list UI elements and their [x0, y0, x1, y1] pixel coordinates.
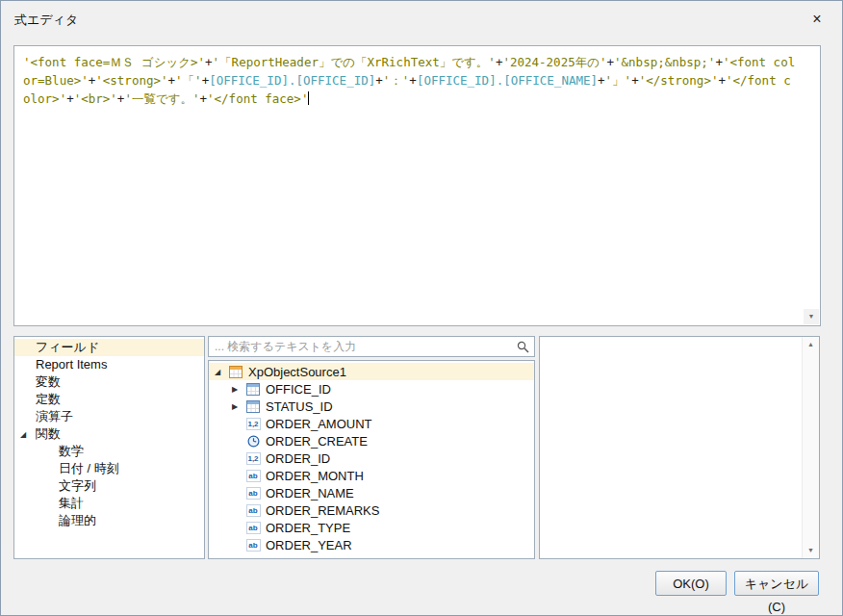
- expression-token: '</font face>': [207, 91, 308, 106]
- detail-panel: ▲ ▼: [539, 336, 820, 559]
- expression-token: +: [375, 73, 383, 88]
- tree-item-order-id[interactable]: 1,2 ORDER_ID: [209, 449, 534, 467]
- expression-token: +: [598, 73, 605, 88]
- text-cursor: [308, 91, 309, 105]
- collapse-icon[interactable]: ▶: [232, 385, 245, 394]
- tree-item-label: ORDER_TYPE: [266, 521, 350, 535]
- expression-token: +: [631, 73, 639, 88]
- expression-token: '：': [383, 73, 410, 88]
- tree-item-label: ORDER_AMOUNT: [266, 417, 372, 431]
- number-icon: 1,2: [245, 417, 261, 430]
- tree-item-office-id[interactable]: ▶ OFFICE_ID: [209, 380, 534, 398]
- expression-editor-dialog: 式エディタ × '<font face=ＭＳ ゴシック>'+'「ReportHe…: [0, 0, 843, 616]
- search-icon: [517, 341, 529, 353]
- category-item-datetime[interactable]: 日付 / 時刻: [14, 460, 204, 477]
- tree-item-label: STATUS_ID: [266, 399, 333, 414]
- collapse-icon[interactable]: ▶: [232, 402, 245, 411]
- ok-button[interactable]: OK(O): [655, 571, 727, 596]
- field-search: [208, 336, 535, 357]
- table-icon: [245, 399, 261, 413]
- expression-input[interactable]: '<font face=ＭＳ ゴシック>'+'「ReportHeader」での「…: [23, 53, 797, 302]
- tree-item-label: XpObjectSource1: [248, 365, 346, 379]
- tree-item-order-name[interactable]: ab ORDER_NAME: [209, 484, 534, 501]
- category-label: 数学: [59, 444, 84, 458]
- tree-item-order-amount[interactable]: 1,2 ORDER_AMOUNT: [209, 415, 534, 432]
- cancel-button[interactable]: キャンセル(C): [734, 571, 819, 596]
- category-label: 集計: [59, 496, 84, 510]
- category-item-fields[interactable]: フィールド: [14, 339, 204, 356]
- text-icon: ab: [245, 521, 261, 534]
- category-item-variables[interactable]: 変数: [14, 373, 204, 391]
- expand-icon[interactable]: ◢: [20, 426, 26, 444]
- expression-token: '「ReportHeader」での「XrRichText」です。': [213, 55, 496, 69]
- text-icon: ab: [245, 503, 261, 517]
- category-item-operators[interactable]: 演算子: [14, 408, 204, 425]
- expression-token: +: [718, 73, 726, 88]
- field-tree: ◢ XpObjectSource1 ▶ OFFICE_ID ▶ STATUS_I…: [208, 360, 535, 559]
- expression-token: '<strong>': [95, 73, 167, 88]
- tree-item-label: ORDER_CREATE: [266, 434, 368, 449]
- category-label: 変数: [36, 374, 61, 389]
- tree-item-label: ORDER_NAME: [266, 486, 354, 500]
- category-item-logical[interactable]: 論理的: [14, 512, 204, 529]
- category-item-math[interactable]: 数学: [14, 443, 204, 460]
- field-reference: [OFFICE_ID].[OFFICE_ID]: [209, 73, 375, 88]
- expression-token: '&nbsp;&nbsp;': [614, 55, 715, 69]
- title-bar: 式エディタ ×: [1, 1, 842, 39]
- category-item-string[interactable]: 文字列: [14, 477, 204, 495]
- text-icon: ab: [245, 486, 261, 500]
- expression-token: '」': [605, 73, 632, 88]
- tree-item-status-id[interactable]: ▶ STATUS_ID: [209, 398, 534, 415]
- text-icon: ab: [245, 538, 261, 552]
- expression-token: +: [200, 91, 208, 106]
- search-input[interactable]: [209, 337, 521, 356]
- category-item-functions[interactable]: ◢関数: [14, 425, 204, 443]
- expand-icon[interactable]: ◢: [215, 368, 228, 376]
- number-icon: 1,2: [245, 451, 261, 465]
- expression-token: '2024-2025年の': [502, 55, 606, 69]
- tree-item-order-month[interactable]: ab ORDER_MONTH: [209, 467, 534, 484]
- expression-token: '「': [175, 73, 202, 88]
- tree-item-order-create[interactable]: ORDER_CREATE: [209, 432, 534, 449]
- category-label: 関数: [36, 426, 61, 441]
- expression-token: +: [409, 73, 417, 88]
- category-label: 文字列: [59, 478, 96, 493]
- category-item-constants[interactable]: 定数: [14, 391, 204, 408]
- category-label: 日付 / 時刻: [59, 461, 119, 475]
- datetime-icon: [245, 434, 261, 448]
- category-list: フィールド Report Items 変数 定数 演算子 ◢関数 数学 日付 /…: [13, 336, 205, 559]
- expression-editor: '<font face=ＭＳ ゴシック>'+'「ReportHeader」での「…: [13, 45, 821, 326]
- tree-item-label: ORDER_MONTH: [266, 469, 364, 483]
- tree-item-datasource[interactable]: ◢ XpObjectSource1: [209, 363, 534, 380]
- category-label: フィールド: [36, 340, 99, 354]
- category-item-aggregate[interactable]: 集計: [14, 495, 204, 512]
- tree-item-order-year[interactable]: ab ORDER_YEAR: [209, 536, 534, 553]
- tree-item-label: ORDER_YEAR: [266, 538, 352, 552]
- tree-item-label: OFFICE_ID: [266, 382, 331, 397]
- expression-token: '<font face=ＭＳ ゴシック>': [23, 55, 205, 69]
- detail-scrollbar[interactable]: ▲ ▼: [802, 337, 819, 558]
- expression-token: +: [66, 91, 74, 106]
- scroll-up-icon[interactable]: ▲: [803, 337, 819, 352]
- scroll-down-icon[interactable]: ▼: [804, 309, 819, 324]
- tree-item-order-type[interactable]: ab ORDER_TYPE: [209, 519, 534, 536]
- expression-token: +: [205, 55, 213, 69]
- expression-token: +: [168, 73, 176, 88]
- table-icon: [245, 382, 261, 396]
- tree-item-label: ORDER_ID: [266, 451, 330, 466]
- expression-token: '<br>': [74, 91, 117, 106]
- category-label: Report Items: [36, 357, 107, 372]
- tree-item-order-remarks[interactable]: ab ORDER_REMARKS: [209, 501, 534, 519]
- field-reference: [OFFICE_ID].[OFFICE_NAME]: [417, 73, 598, 88]
- text-icon: ab: [245, 469, 261, 482]
- category-label: 定数: [36, 392, 61, 406]
- close-icon[interactable]: ×: [805, 8, 829, 31]
- expression-token: +: [607, 55, 615, 69]
- category-item-report-items[interactable]: Report Items: [14, 356, 204, 373]
- scroll-down-icon[interactable]: ▼: [803, 543, 819, 558]
- dialog-title: 式エディタ: [14, 12, 78, 29]
- category-label: 演算子: [36, 409, 73, 424]
- expression-token: +: [715, 55, 723, 69]
- expression-token: '一覧です。': [124, 91, 199, 106]
- expression-token: '</strong>': [639, 73, 719, 88]
